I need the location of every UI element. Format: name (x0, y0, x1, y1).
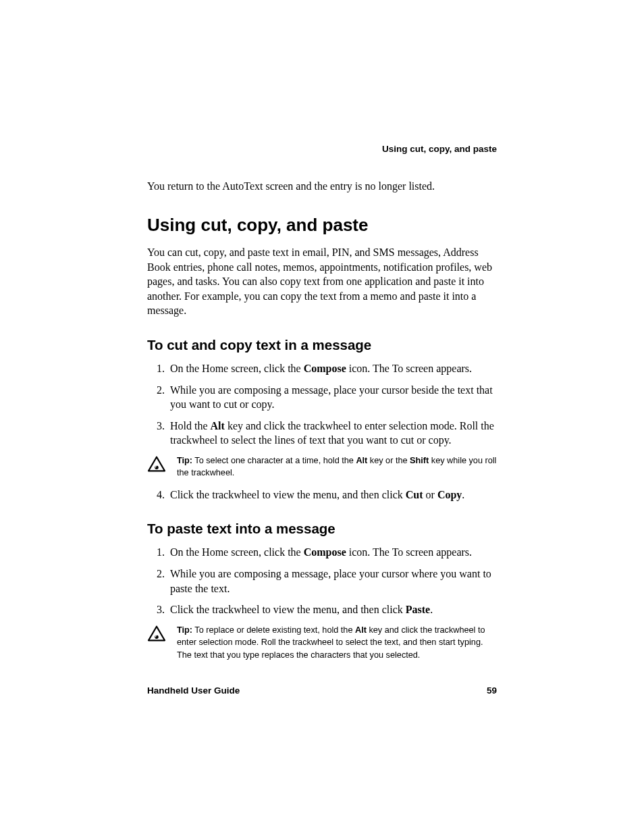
intro-paragraph: You return to the AutoText screen and th… (147, 178, 497, 194)
step-text: On the Home screen, click the (170, 363, 304, 374)
section-paragraph: You can cut, copy, and paste text in ema… (147, 245, 497, 318)
bold-term: Alt (356, 456, 367, 465)
step-text: icon. The To screen appears. (346, 363, 472, 374)
tip-icon (147, 454, 166, 475)
bold-term: Shift (410, 456, 429, 465)
bold-term: Copy (437, 489, 462, 500)
step-text: . (462, 489, 464, 500)
step: On the Home screen, click the Compose ic… (167, 361, 497, 376)
page: Using cut, copy, and paste You return to… (0, 0, 644, 834)
tip-segment: To replace or delete existing text, hold… (192, 625, 355, 635)
bold-term: Cut (406, 489, 423, 500)
step-text: Click the trackwheel to view the menu, a… (170, 604, 406, 615)
step: On the Home screen, click the Compose ic… (167, 545, 497, 560)
step-text: or (423, 489, 437, 500)
tip-segment: To select one character at a time, hold … (192, 456, 356, 465)
step: Click the trackwheel to view the menu, a… (167, 602, 497, 617)
step-text: On the Home screen, click the (170, 546, 304, 558)
bold-term: Paste (406, 604, 430, 615)
page-footer: Handheld User Guide 59 (147, 685, 497, 696)
bold-term: Alt (211, 420, 225, 432)
book-title: Handheld User Guide (147, 685, 240, 696)
bold-term: Compose (304, 363, 346, 374)
step: Click the trackwheel to view the menu, a… (167, 488, 497, 502)
step-text: Hold the (170, 420, 211, 432)
bold-term: Alt (355, 625, 367, 635)
step-text: . (430, 604, 433, 615)
bold-term: Compose (304, 546, 346, 558)
subhead-cut-copy: To cut and copy text in a message (147, 337, 497, 353)
steps-cut-copy: On the Home screen, click the Compose ic… (147, 361, 497, 448)
tip-text: Tip: To select one character at a time, … (177, 454, 497, 479)
subhead-paste: To paste text into a message (147, 521, 497, 537)
tip-label: Tip: (177, 625, 192, 635)
tip-segment: key or the (367, 456, 410, 465)
steps-paste: On the Home screen, click the Compose ic… (147, 545, 497, 617)
step-text: icon. The To screen appears. (346, 546, 472, 558)
step-text: Click the trackwheel to view the menu, a… (170, 489, 406, 500)
running-header: Using cut, copy, and paste (382, 144, 497, 154)
tip-block: Tip: To select one character at a time, … (147, 454, 497, 479)
tip-icon (147, 624, 166, 644)
page-number: 59 (487, 685, 497, 696)
steps-cut-copy-cont: Click the trackwheel to view the menu, a… (147, 488, 497, 502)
tip-block: Tip: To replace or delete existing text,… (147, 624, 497, 661)
tip-text: Tip: To replace or delete existing text,… (177, 624, 497, 661)
step: While you are composing a message, place… (167, 567, 497, 596)
tip-label: Tip: (177, 456, 192, 465)
step: Hold the Alt key and click the trackwhee… (167, 419, 497, 448)
step: While you are composing a message, place… (167, 383, 497, 412)
